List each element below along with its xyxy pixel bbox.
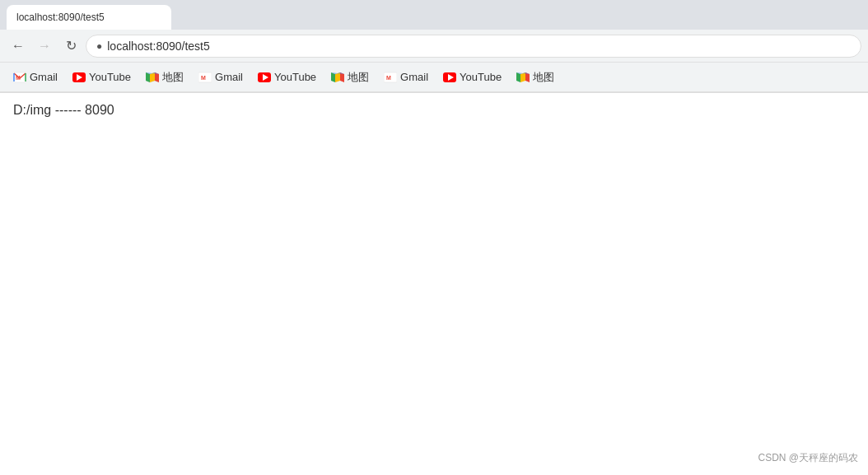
bookmarks-bar: M Gmail YouTube 地图 M (0, 63, 868, 92)
bookmark-maps-2[interactable]: 地图 (324, 67, 376, 88)
gmail-icon: M (13, 71, 26, 84)
svg-marker-15 (516, 72, 520, 82)
address-bar[interactable]: ● localhost:8090/test5 (86, 35, 861, 58)
url-text: localhost:8090/test5 (107, 40, 210, 53)
youtube-icon (72, 72, 86, 82)
svg-text:M: M (386, 75, 391, 81)
svg-marker-3 (146, 72, 150, 82)
bookmark-label: YouTube (460, 71, 502, 83)
bookmark-youtube-3[interactable]: YouTube (436, 68, 508, 86)
bookmark-label: Gmail (215, 71, 243, 83)
reload-button[interactable]: ↻ (59, 35, 82, 58)
bookmark-gmail-2[interactable]: M Gmail (192, 68, 250, 87)
watermark: CSDN @天秤座的码农 (758, 451, 858, 465)
page-text: D:/img ------ 8090 (13, 103, 855, 118)
maps-icon (516, 71, 530, 84)
bookmark-label: 地图 (533, 70, 554, 85)
svg-marker-16 (520, 72, 525, 82)
nav-bar: ← → ↻ ● localhost:8090/test5 (0, 30, 868, 63)
maps-icon (146, 71, 159, 84)
youtube-icon (258, 72, 271, 82)
page-content: D:/img ------ 8090 (0, 93, 868, 128)
forward-button[interactable]: → (33, 35, 56, 58)
tab-bar: localhost:8090/test5 (0, 0, 868, 30)
tab-title: localhost:8090/test5 (16, 12, 105, 23)
bookmark-label: YouTube (89, 71, 131, 83)
gmail-icon: M (198, 71, 212, 84)
svg-text:M: M (16, 75, 21, 81)
bookmark-gmail-1[interactable]: M Gmail (7, 68, 64, 87)
browser-chrome: localhost:8090/test5 ← → ↻ ● localhost:8… (0, 0, 868, 93)
bookmark-gmail-3[interactable]: M Gmail (377, 68, 435, 87)
watermark-text: CSDN @天秤座的码农 (758, 452, 858, 463)
svg-marker-4 (150, 72, 155, 82)
bookmark-youtube-2[interactable]: YouTube (251, 68, 323, 86)
bookmark-label: Gmail (400, 71, 428, 83)
gmail-icon: M (384, 71, 397, 84)
svg-marker-9 (331, 72, 335, 82)
bookmark-label: 地图 (348, 70, 369, 85)
back-button[interactable]: ← (7, 35, 30, 58)
bookmark-label: Gmail (30, 71, 58, 83)
bookmark-maps-3[interactable]: 地图 (510, 67, 561, 88)
bookmark-maps-1[interactable]: 地图 (139, 67, 190, 88)
bookmark-label: YouTube (274, 71, 316, 83)
svg-text:M: M (201, 75, 206, 81)
svg-marker-10 (335, 72, 340, 82)
bookmark-youtube-1[interactable]: YouTube (66, 68, 138, 86)
lock-icon: ● (96, 40, 102, 52)
active-tab[interactable]: localhost:8090/test5 (7, 5, 171, 30)
maps-icon (331, 71, 344, 84)
youtube-icon (443, 72, 456, 82)
bookmark-label: 地图 (162, 70, 184, 85)
